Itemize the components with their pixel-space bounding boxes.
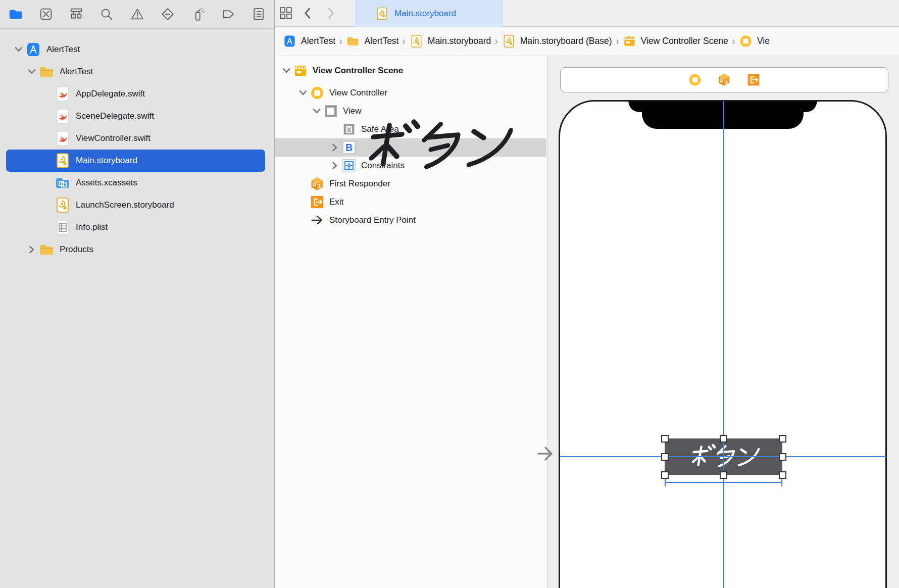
file-label: ViewController.swift [76, 133, 151, 143]
outline-label: View [343, 106, 362, 116]
forward-button[interactable] [319, 0, 341, 26]
storyboard-file-icon [375, 7, 388, 20]
disclosure-chevron[interactable] [25, 243, 38, 256]
outline-label: Exit [329, 197, 343, 207]
selection-handle[interactable] [720, 471, 727, 479]
plist-icon [55, 219, 71, 235]
file-row-7[interactable]: LaunchScreen.storyboard [6, 194, 265, 216]
selection-handle[interactable] [661, 453, 669, 461]
file-row-5[interactable]: Main.storyboard [6, 150, 265, 172]
breadcrumb-item-2[interactable]: Main.storyboard [410, 34, 491, 48]
file-label: Main.storyboard [76, 156, 137, 166]
outline-label: First Responder [329, 179, 390, 189]
editor-tab-main-storyboard[interactable]: Main.storyboard [355, 0, 503, 27]
svg-text:1: 1 [725, 79, 728, 85]
file-label: Assets.xcassets [76, 178, 137, 188]
disclosure-chevron[interactable] [280, 64, 293, 77]
report-navigator-icon[interactable] [251, 7, 266, 22]
outline-row-7[interactable]: Exit [275, 193, 546, 211]
breadcrumb-separator: › [732, 35, 735, 48]
breadcrumb-item-4[interactable]: View Controller Scene [623, 34, 728, 48]
outline-collapse-button[interactable] [536, 443, 558, 464]
breadcrumb-separator: › [616, 35, 619, 48]
disclosure-chevron[interactable] [296, 86, 310, 100]
project-icon [25, 41, 41, 58]
chevron-forward-icon [323, 6, 338, 21]
breadcrumb-item-1[interactable]: AlertTest [346, 34, 398, 48]
editor-tab-bar: Main.storyboard [275, 0, 899, 27]
file-row-2[interactable]: AppDelegate.swift [6, 83, 265, 105]
outline-row-6[interactable]: 1First Responder [275, 175, 546, 193]
file-row-0[interactable]: AlertTest [6, 38, 265, 61]
navigator-editor-divider[interactable] [274, 0, 275, 588]
breadcrumb-item-5[interactable]: Vie [739, 34, 770, 48]
file-row-1[interactable]: AlertTest [6, 61, 265, 83]
chevron-back-icon [301, 6, 316, 21]
disclosure-chevron[interactable] [12, 43, 25, 56]
dock-first-responder-icon[interactable]: 1 [717, 73, 731, 87]
swift-icon [55, 108, 71, 124]
test-navigator-icon[interactable] [160, 7, 175, 22]
breadcrumb-separator: › [495, 35, 497, 48]
entry-point-icon [310, 213, 325, 228]
file-row-3[interactable]: SceneDelegate.swift [6, 105, 265, 127]
scene-dock: 1 [560, 67, 888, 92]
debug-navigator-icon[interactable] [190, 7, 206, 22]
breakpoint-navigator-icon[interactable] [221, 7, 236, 22]
selection-handle[interactable] [661, 435, 669, 443]
selection-handle[interactable] [720, 435, 727, 443]
breadcrumb-label: Vie [757, 36, 770, 46]
file-label: AlertTest [60, 67, 93, 77]
selection-handle[interactable] [661, 471, 669, 479]
button-b-icon: B [341, 140, 357, 155]
width-constraint-bar [665, 482, 782, 483]
tab-label: Main.storyboard [394, 9, 456, 19]
file-row-9[interactable]: Products [6, 238, 265, 261]
disclosure-chevron[interactable] [328, 159, 341, 172]
outline-label: View Controller Scene [313, 66, 403, 76]
assets-icon [55, 175, 71, 191]
outline-row-8[interactable]: Storyboard Entry Point [275, 211, 546, 229]
view-controller-icon [739, 34, 753, 48]
file-label: LaunchScreen.storyboard [76, 200, 174, 210]
selection-handle[interactable] [779, 453, 786, 461]
disclosure-chevron[interactable] [328, 141, 341, 154]
svg-text:1: 1 [318, 183, 321, 189]
outline-label: Constraints [361, 161, 405, 171]
disclosure-chevron[interactable] [310, 105, 323, 118]
swift-icon [55, 130, 71, 146]
storyboard-icon [502, 34, 516, 48]
outline-row-0[interactable]: View Controller Scene [275, 62, 546, 80]
folder-icon [38, 241, 55, 258]
breadcrumb-item-0[interactable]: AlertTest [283, 34, 335, 48]
back-button[interactable] [297, 0, 319, 26]
outline-label: Storyboard Entry Point [329, 215, 416, 225]
dock-exit-icon[interactable] [746, 73, 761, 87]
symbol-navigator-icon[interactable] [69, 7, 84, 22]
selection-handle[interactable] [779, 471, 786, 479]
project-navigator-icon[interactable] [8, 7, 23, 22]
file-row-4[interactable]: ViewController.swift [6, 127, 265, 150]
breadcrumb-item-3[interactable]: Main.storyboard (Base) [502, 34, 612, 48]
storyboard-icon [55, 153, 71, 169]
outline-row-2[interactable]: View [275, 102, 546, 120]
file-row-8[interactable]: Info.plist [6, 216, 265, 238]
selection-handle[interactable] [779, 435, 786, 443]
folder-icon [346, 34, 360, 48]
first-responder-icon: 1 [310, 176, 325, 191]
storyboard-canvas[interactable]: 1 ボタン [547, 56, 899, 588]
device-notch [628, 102, 817, 129]
search-navigator-icon[interactable] [99, 7, 114, 22]
dock-view-controller-icon[interactable] [688, 73, 702, 87]
file-row-6[interactable]: Assets.xcassets [6, 172, 265, 194]
device-frame [559, 100, 887, 588]
scene-icon [293, 63, 308, 78]
navigator-pane: AlertTestAlertTestAppDelegate.swiftScene… [0, 0, 274, 588]
issue-navigator-icon[interactable] [130, 7, 145, 22]
view-icon [323, 104, 338, 119]
related-items-button[interactable] [275, 0, 297, 26]
outline-row-4[interactable]: Bボタン [275, 138, 546, 157]
outline-row-1[interactable]: View Controller [275, 84, 546, 102]
source-control-navigator-icon[interactable] [38, 7, 54, 22]
disclosure-chevron[interactable] [25, 65, 38, 78]
